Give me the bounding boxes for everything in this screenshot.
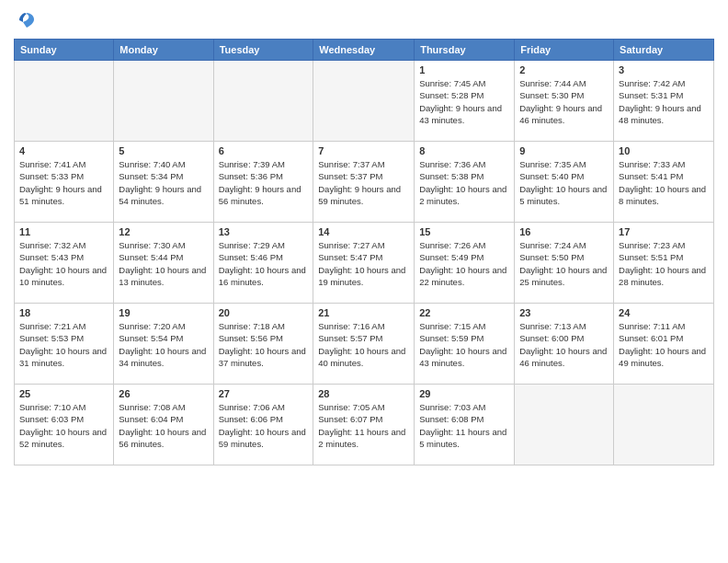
day-info: Sunrise: 7:29 AMSunset: 5:46 PMDaylight:… [219, 239, 309, 288]
calendar-cell: 27Sunrise: 7:06 AMSunset: 6:06 PMDayligh… [213, 385, 313, 465]
calendar-cell [15, 61, 114, 142]
calendar-cell: 1Sunrise: 7:45 AMSunset: 5:28 PMDaylight… [415, 61, 515, 142]
day-number: 5 [119, 145, 208, 156]
day-number: 12 [119, 226, 208, 237]
calendar-cell: 24Sunrise: 7:11 AMSunset: 6:01 PMDayligh… [614, 304, 714, 385]
day-info: Sunrise: 7:05 AMSunset: 6:07 PMDaylight:… [318, 401, 409, 450]
calendar-week-4: 18Sunrise: 7:21 AMSunset: 5:53 PMDayligh… [15, 304, 714, 385]
day-info: Sunrise: 7:45 AMSunset: 5:28 PMDaylight:… [419, 77, 509, 126]
day-number: 24 [619, 307, 709, 318]
calendar-cell: 26Sunrise: 7:08 AMSunset: 6:04 PMDayligh… [114, 385, 213, 465]
calendar-header-row: SundayMondayTuesdayWednesdayThursdayFrid… [15, 40, 714, 61]
day-info: Sunrise: 7:32 AMSunset: 5:43 PMDaylight:… [19, 239, 108, 288]
day-number: 25 [19, 388, 108, 399]
day-number: 6 [219, 145, 309, 156]
calendar-week-3: 11Sunrise: 7:32 AMSunset: 5:43 PMDayligh… [15, 223, 714, 304]
calendar-cell: 7Sunrise: 7:37 AMSunset: 5:37 PMDaylight… [313, 142, 415, 223]
calendar-cell: 8Sunrise: 7:36 AMSunset: 5:38 PMDaylight… [415, 142, 515, 223]
day-number: 1 [419, 64, 509, 75]
logo [14, 9, 38, 31]
day-number: 21 [318, 307, 409, 318]
calendar-cell [313, 61, 415, 142]
day-info: Sunrise: 7:08 AMSunset: 6:04 PMDaylight:… [119, 401, 208, 450]
calendar-cell [114, 61, 213, 142]
calendar-cell: 16Sunrise: 7:24 AMSunset: 5:50 PMDayligh… [515, 223, 614, 304]
page: SundayMondayTuesdayWednesdayThursdayFrid… [0, 0, 728, 563]
calendar-cell: 17Sunrise: 7:23 AMSunset: 5:51 PMDayligh… [614, 223, 714, 304]
calendar-cell: 4Sunrise: 7:41 AMSunset: 5:33 PMDaylight… [15, 142, 114, 223]
day-info: Sunrise: 7:39 AMSunset: 5:36 PMDaylight:… [219, 158, 309, 207]
day-number: 2 [519, 64, 609, 75]
day-info: Sunrise: 7:10 AMSunset: 6:03 PMDaylight:… [19, 401, 108, 450]
calendar-cell [515, 385, 614, 465]
calendar-cell: 2Sunrise: 7:44 AMSunset: 5:30 PMDaylight… [515, 61, 614, 142]
day-info: Sunrise: 7:16 AMSunset: 5:57 PMDaylight:… [318, 320, 409, 369]
day-number: 13 [219, 226, 309, 237]
calendar-cell: 10Sunrise: 7:33 AMSunset: 5:41 PMDayligh… [614, 142, 714, 223]
day-number: 7 [318, 145, 409, 156]
calendar-table: SundayMondayTuesdayWednesdayThursdayFrid… [14, 39, 714, 465]
day-number: 14 [318, 226, 409, 237]
weekday-header-saturday: Saturday [614, 40, 714, 61]
day-info: Sunrise: 7:42 AMSunset: 5:31 PMDaylight:… [619, 77, 709, 126]
weekday-header-tuesday: Tuesday [213, 40, 313, 61]
calendar-cell: 22Sunrise: 7:15 AMSunset: 5:59 PMDayligh… [415, 304, 515, 385]
day-info: Sunrise: 7:36 AMSunset: 5:38 PMDaylight:… [419, 158, 509, 207]
calendar-cell: 14Sunrise: 7:27 AMSunset: 5:47 PMDayligh… [313, 223, 415, 304]
day-number: 4 [19, 145, 108, 156]
day-number: 27 [219, 388, 309, 399]
logo-icon [16, 9, 38, 31]
day-info: Sunrise: 7:21 AMSunset: 5:53 PMDaylight:… [19, 320, 108, 369]
calendar-cell: 29Sunrise: 7:03 AMSunset: 6:08 PMDayligh… [415, 385, 515, 465]
calendar-cell [213, 61, 313, 142]
day-info: Sunrise: 7:40 AMSunset: 5:34 PMDaylight:… [119, 158, 208, 207]
day-number: 22 [419, 307, 509, 318]
day-number: 15 [419, 226, 509, 237]
day-number: 18 [19, 307, 108, 318]
weekday-header-friday: Friday [515, 40, 614, 61]
calendar-cell: 23Sunrise: 7:13 AMSunset: 6:00 PMDayligh… [515, 304, 614, 385]
calendar-cell: 3Sunrise: 7:42 AMSunset: 5:31 PMDaylight… [614, 61, 714, 142]
weekday-header-sunday: Sunday [15, 40, 114, 61]
day-info: Sunrise: 7:18 AMSunset: 5:56 PMDaylight:… [219, 320, 309, 369]
day-info: Sunrise: 7:37 AMSunset: 5:37 PMDaylight:… [318, 158, 409, 207]
calendar-cell: 19Sunrise: 7:20 AMSunset: 5:54 PMDayligh… [114, 304, 213, 385]
calendar-cell: 12Sunrise: 7:30 AMSunset: 5:44 PMDayligh… [114, 223, 213, 304]
weekday-header-wednesday: Wednesday [313, 40, 415, 61]
calendar-cell: 28Sunrise: 7:05 AMSunset: 6:07 PMDayligh… [313, 385, 415, 465]
day-info: Sunrise: 7:44 AMSunset: 5:30 PMDaylight:… [519, 77, 609, 126]
day-number: 28 [318, 388, 409, 399]
calendar-cell: 15Sunrise: 7:26 AMSunset: 5:49 PMDayligh… [415, 223, 515, 304]
day-info: Sunrise: 7:15 AMSunset: 5:59 PMDaylight:… [419, 320, 509, 369]
calendar-cell: 25Sunrise: 7:10 AMSunset: 6:03 PMDayligh… [15, 385, 114, 465]
day-info: Sunrise: 7:13 AMSunset: 6:00 PMDaylight:… [519, 320, 609, 369]
calendar-week-5: 25Sunrise: 7:10 AMSunset: 6:03 PMDayligh… [15, 385, 714, 465]
day-number: 8 [419, 145, 509, 156]
day-number: 23 [519, 307, 609, 318]
calendar-cell [614, 385, 714, 465]
weekday-header-thursday: Thursday [415, 40, 515, 61]
header [14, 9, 714, 31]
calendar-cell: 6Sunrise: 7:39 AMSunset: 5:36 PMDaylight… [213, 142, 313, 223]
day-number: 20 [219, 307, 309, 318]
day-number: 19 [119, 307, 208, 318]
day-number: 17 [619, 226, 709, 237]
calendar-cell: 18Sunrise: 7:21 AMSunset: 5:53 PMDayligh… [15, 304, 114, 385]
day-info: Sunrise: 7:06 AMSunset: 6:06 PMDaylight:… [219, 401, 309, 450]
day-info: Sunrise: 7:33 AMSunset: 5:41 PMDaylight:… [619, 158, 709, 207]
day-info: Sunrise: 7:30 AMSunset: 5:44 PMDaylight:… [119, 239, 208, 288]
day-info: Sunrise: 7:11 AMSunset: 6:01 PMDaylight:… [619, 320, 709, 369]
day-number: 3 [619, 64, 709, 75]
day-info: Sunrise: 7:23 AMSunset: 5:51 PMDaylight:… [619, 239, 709, 288]
day-info: Sunrise: 7:27 AMSunset: 5:47 PMDaylight:… [318, 239, 409, 288]
calendar-cell: 11Sunrise: 7:32 AMSunset: 5:43 PMDayligh… [15, 223, 114, 304]
day-info: Sunrise: 7:26 AMSunset: 5:49 PMDaylight:… [419, 239, 509, 288]
day-number: 29 [419, 388, 509, 399]
calendar-week-2: 4Sunrise: 7:41 AMSunset: 5:33 PMDaylight… [15, 142, 714, 223]
day-number: 16 [519, 226, 609, 237]
day-info: Sunrise: 7:24 AMSunset: 5:50 PMDaylight:… [519, 239, 609, 288]
calendar-cell: 9Sunrise: 7:35 AMSunset: 5:40 PMDaylight… [515, 142, 614, 223]
day-number: 10 [619, 145, 709, 156]
day-info: Sunrise: 7:03 AMSunset: 6:08 PMDaylight:… [419, 401, 509, 450]
calendar-cell: 5Sunrise: 7:40 AMSunset: 5:34 PMDaylight… [114, 142, 213, 223]
